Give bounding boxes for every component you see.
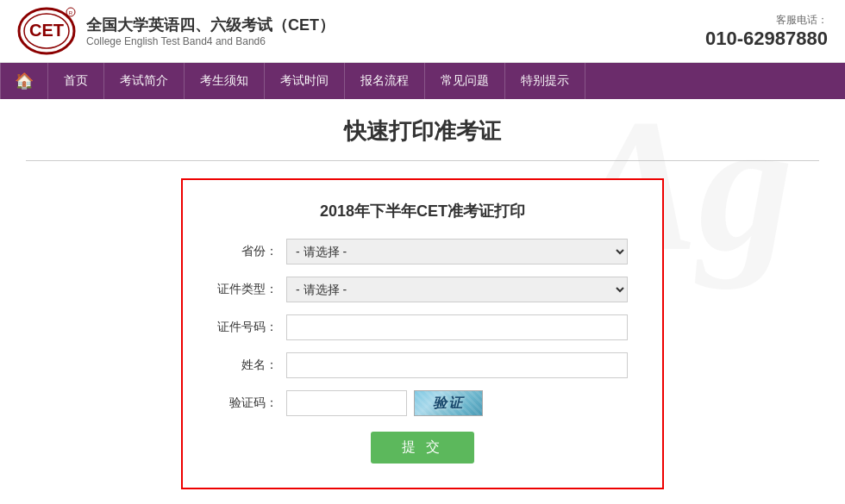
submit-row: 提 交 xyxy=(217,432,628,464)
form-title: 2018年下半年CET准考证打印 xyxy=(217,201,628,221)
svg-text:CET: CET xyxy=(29,21,64,40)
province-select[interactable]: - 请选择 - xyxy=(286,239,628,264)
name-label: 姓名： xyxy=(217,358,286,373)
header-title: 全国大学英语四、六级考试（CET） College English Test B… xyxy=(86,15,335,47)
svg-text:R: R xyxy=(69,10,73,16)
name-row: 姓名： xyxy=(217,352,628,378)
name-input-wrap xyxy=(286,352,628,378)
name-input[interactable] xyxy=(286,352,628,378)
nav-item-notice[interactable]: 考生须知 xyxy=(185,63,265,99)
page-divider xyxy=(26,160,819,161)
cert-no-input[interactable] xyxy=(286,314,628,340)
cert-type-label: 证件类型： xyxy=(217,282,286,297)
captcha-input-wrap: 验证 xyxy=(286,390,628,416)
province-label: 省份： xyxy=(217,244,286,259)
cert-no-row: 证件号码： xyxy=(217,314,628,340)
captcha-image[interactable]: 验证 xyxy=(414,390,483,416)
nav-item-tips[interactable]: 特别提示 xyxy=(505,63,585,99)
header: CET R 全国大学英语四、六级考试（CET） College English … xyxy=(0,0,845,63)
cert-no-label: 证件号码： xyxy=(217,320,286,335)
main-nav: 🏠 首页 考试简介 考生须知 考试时间 报名流程 常见问题 特别提示 xyxy=(0,63,845,99)
cert-type-select-wrap: - 请选择 - xyxy=(286,277,628,302)
header-title-main: 全国大学英语四、六级考试（CET） xyxy=(86,15,335,35)
province-select-wrap: - 请选择 - xyxy=(286,239,628,264)
form-container: 2018年下半年CET准考证打印 省份： - 请选择 - 证件类型： - 请选择… xyxy=(181,178,664,489)
province-row: 省份： - 请选择 - xyxy=(217,239,628,264)
service-label: 客服电话： xyxy=(705,13,828,28)
cert-type-select[interactable]: - 请选择 - xyxy=(286,277,628,302)
submit-button[interactable]: 提 交 xyxy=(371,432,474,464)
cert-type-row: 证件类型： - 请选择 - xyxy=(217,277,628,302)
header-left: CET R 全国大学英语四、六级考试（CET） College English … xyxy=(17,7,335,55)
header-right: 客服电话： 010-62987880 xyxy=(705,13,828,50)
nav-item-home[interactable]: 🏠 xyxy=(0,63,48,99)
page-title: 快速打印准考证 xyxy=(26,116,819,146)
captcha-row: 验证码： 验证 xyxy=(217,390,628,416)
captcha-input[interactable] xyxy=(286,390,407,416)
main-content: Ag 快速打印准考证 2018年下半年CET准考证打印 省份： - 请选择 - … xyxy=(0,99,845,504)
cet-logo: CET R xyxy=(17,7,76,55)
nav-item-time[interactable]: 考试时间 xyxy=(265,63,345,99)
captcha-wrap: 验证 xyxy=(286,390,628,416)
nav-item-register[interactable]: 报名流程 xyxy=(345,63,425,99)
header-title-sub: College English Test Band4 and Band6 xyxy=(86,35,335,47)
nav-item-index[interactable]: 首页 xyxy=(48,63,104,99)
cert-no-input-wrap xyxy=(286,314,628,340)
nav-item-intro[interactable]: 考试简介 xyxy=(104,63,185,99)
captcha-label: 验证码： xyxy=(217,395,286,411)
nav-item-faq[interactable]: 常见问题 xyxy=(425,63,505,99)
service-phone: 010-62987880 xyxy=(705,28,828,50)
